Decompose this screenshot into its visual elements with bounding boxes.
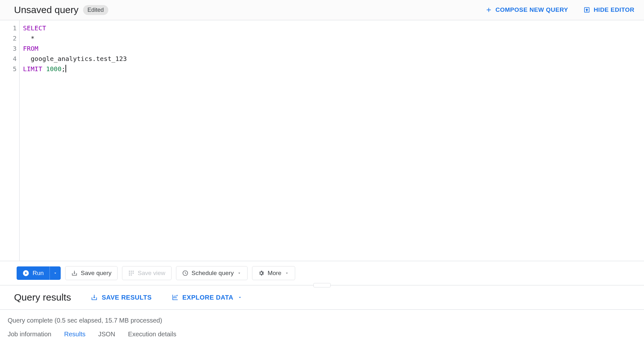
- play-circle-icon: [22, 270, 29, 277]
- more-label: More: [268, 270, 281, 277]
- caret-down-icon: [285, 271, 289, 275]
- chart-icon: [172, 294, 179, 301]
- save-query-label: Save query: [81, 270, 111, 277]
- results-tabs: Job information Results JSON Execution d…: [8, 331, 634, 340]
- query-title: Unsaved query: [14, 4, 79, 15]
- download-icon: [71, 270, 78, 276]
- schedule-query-button[interactable]: Schedule query: [176, 266, 248, 280]
- edited-badge: Edited: [83, 5, 108, 15]
- caret-down-icon: [237, 295, 242, 300]
- plus-icon: [485, 6, 492, 13]
- clock-icon: [182, 270, 188, 276]
- hide-editor-label: HIDE EDITOR: [594, 6, 634, 13]
- run-button[interactable]: Run: [17, 266, 50, 280]
- save-view-button: Save view: [122, 266, 172, 280]
- caret-down-icon: [237, 271, 241, 275]
- run-label: Run: [33, 270, 44, 277]
- grid-icon: [128, 270, 134, 276]
- collapse-panel-icon: [583, 6, 590, 13]
- run-dropdown-button[interactable]: [50, 266, 61, 280]
- tab-json[interactable]: JSON: [98, 331, 115, 340]
- hide-editor-button[interactable]: HIDE EDITOR: [583, 6, 634, 13]
- results-body: Query complete (0.5 sec elapsed, 15.7 MB…: [0, 310, 644, 340]
- explore-data-button[interactable]: EXPLORE DATA: [172, 294, 242, 301]
- tab-execution-details[interactable]: Execution details: [128, 331, 176, 340]
- gear-icon: [258, 270, 264, 276]
- sql-editor[interactable]: 12345 SELECT *FROM google_analytics.test…: [0, 20, 644, 261]
- save-results-label: SAVE RESULTS: [102, 294, 151, 301]
- resize-handle[interactable]: [313, 283, 331, 287]
- caret-down-icon: [53, 271, 57, 275]
- more-button[interactable]: More: [252, 266, 295, 280]
- results-header: Query results SAVE RESULTS EXPLORE DATA: [0, 286, 644, 310]
- tab-job-information[interactable]: Job information: [8, 331, 51, 340]
- query-status: Query complete (0.5 sec elapsed, 15.7 MB…: [8, 317, 634, 324]
- schedule-label: Schedule query: [192, 270, 234, 277]
- run-button-group: Run: [17, 266, 61, 280]
- editor-gutter: 12345: [0, 20, 20, 261]
- download-icon: [91, 294, 98, 301]
- action-toolbar: Run Save query Save view Schedule query …: [0, 261, 644, 286]
- save-query-button[interactable]: Save query: [65, 266, 118, 280]
- save-results-button[interactable]: SAVE RESULTS: [91, 294, 151, 301]
- editor-code[interactable]: SELECT *FROM google_analytics.test_123LI…: [20, 20, 644, 261]
- results-title: Query results: [14, 292, 71, 303]
- compose-label: COMPOSE NEW QUERY: [495, 6, 568, 13]
- editor-header: Unsaved query Edited COMPOSE NEW QUERY H…: [0, 0, 644, 20]
- explore-data-label: EXPLORE DATA: [182, 294, 234, 301]
- compose-new-query-button[interactable]: COMPOSE NEW QUERY: [485, 6, 568, 13]
- tab-results[interactable]: Results: [64, 331, 86, 340]
- save-view-label: Save view: [138, 270, 165, 277]
